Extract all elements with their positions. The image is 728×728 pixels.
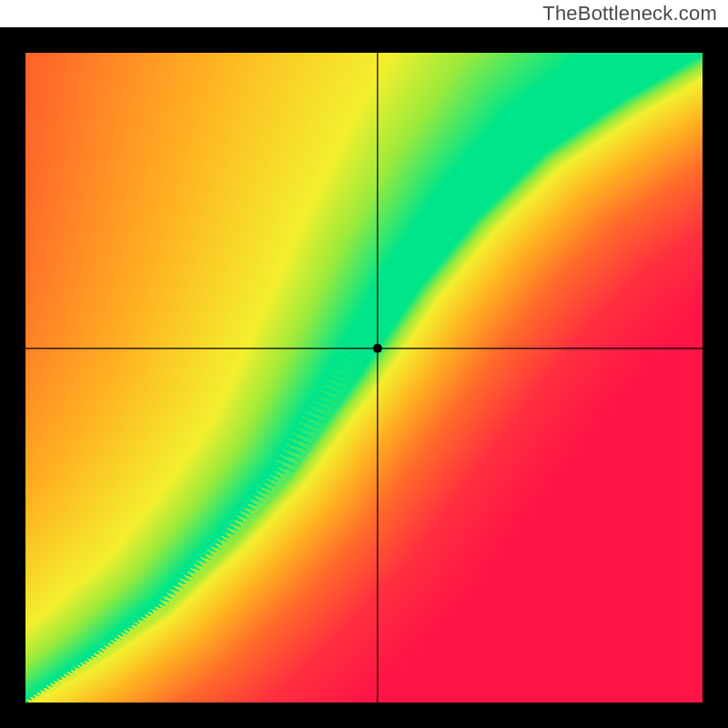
heatmap-canvas bbox=[0, 27, 728, 728]
watermark-text: TheBottleneck.com bbox=[542, 2, 717, 25]
heatmap-frame bbox=[0, 27, 728, 728]
